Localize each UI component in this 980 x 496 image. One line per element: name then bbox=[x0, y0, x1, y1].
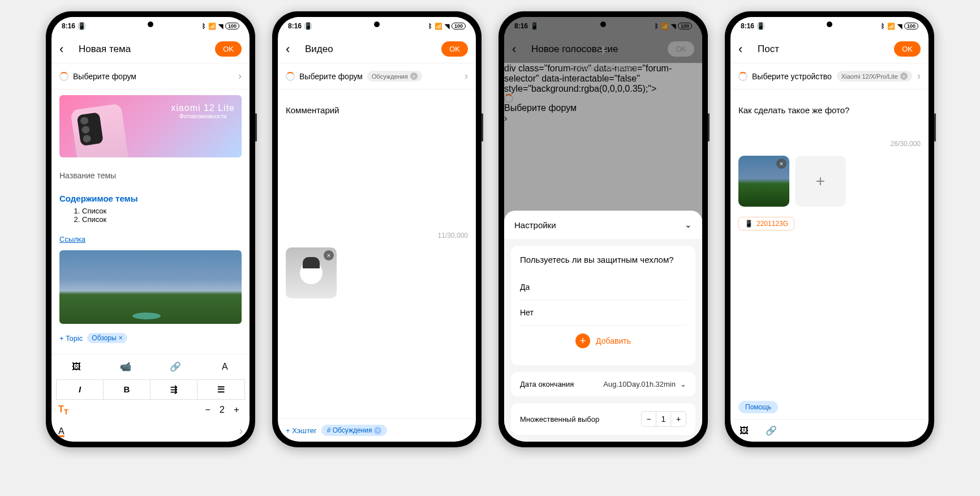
link-text[interactable]: Ссылка bbox=[59, 235, 242, 243]
remove-thumbnail-icon[interactable]: × bbox=[776, 159, 786, 169]
banner-subtitle: Фотовозможности bbox=[171, 113, 235, 119]
app-bar: ‹ Пост OK bbox=[730, 35, 929, 63]
add-hashtag-button[interactable]: + Хэштег bbox=[286, 426, 317, 435]
font-icon[interactable]: A bbox=[218, 360, 231, 374]
device-tag[interactable]: 📱 2201123G bbox=[738, 217, 794, 230]
dimmed-overlay[interactable]: + Добавить обложку Настройки ⌄ Пользуете… bbox=[504, 17, 702, 442]
bottom-sheet: Настройки ⌄ Пользуетесь ли вы защитным ч… bbox=[504, 211, 702, 442]
forum-chip: Обсуждения × bbox=[367, 71, 422, 82]
robot-icon bbox=[300, 262, 323, 284]
poll-question[interactable]: Пользуетесь ли вы защитным чехлом? bbox=[520, 255, 686, 264]
ok-button[interactable]: OK bbox=[894, 41, 921, 57]
chevron-down-icon: ⌄ bbox=[680, 380, 686, 388]
bullet-list-button[interactable]: ☰ bbox=[197, 380, 244, 399]
sheet-header[interactable]: Настройки ⌄ bbox=[504, 211, 702, 239]
page-title: Новая тема bbox=[79, 44, 209, 55]
bluetooth-icon: ᛒ bbox=[428, 23, 432, 29]
end-date-setting[interactable]: Дата окончания Aug.10Day.01h.32min ⌄ bbox=[511, 372, 695, 396]
add-topic-button[interactable]: + Topic bbox=[59, 334, 83, 343]
chevron-down-icon: ⌄ bbox=[685, 220, 692, 230]
device-chip: Xiaomi 12/X/Pro/Lite × bbox=[837, 71, 912, 82]
remove-chip-icon[interactable]: × bbox=[374, 427, 381, 434]
camera-notch bbox=[827, 22, 832, 27]
sheet-title: Настройки bbox=[514, 220, 556, 230]
app-bar: ‹ Новая тема OK bbox=[51, 35, 250, 63]
vibrate-icon: 📳 bbox=[78, 22, 86, 30]
ordered-list-button[interactable]: ⇶ bbox=[151, 380, 197, 399]
image-icon[interactable]: 🖼 bbox=[70, 360, 83, 374]
forum-selector[interactable]: Выберите форум Обсуждения × › bbox=[278, 63, 476, 89]
list-item[interactable]: Список bbox=[82, 207, 242, 215]
char-count: 26/30,000 bbox=[738, 140, 921, 148]
remove-thumbnail-icon[interactable]: × bbox=[324, 250, 334, 260]
remove-chip-icon[interactable]: × bbox=[410, 72, 418, 80]
editor-content: Как сделать такое же фото? 26/30,000 × +… bbox=[730, 89, 929, 419]
vibrate-icon: 📳 bbox=[304, 22, 312, 30]
ok-button[interactable]: OK bbox=[441, 41, 468, 57]
end-date-label: Дата окончания bbox=[520, 380, 574, 388]
video-icon[interactable]: 📹 bbox=[119, 360, 132, 374]
chevron-right-icon: › bbox=[238, 70, 242, 82]
poll-option[interactable]: Да bbox=[520, 275, 686, 300]
add-cover-label: Добавить обложку bbox=[569, 63, 637, 72]
back-button[interactable]: ‹ bbox=[286, 42, 299, 57]
comment-input[interactable]: Комментарий bbox=[286, 105, 468, 115]
text-size-icon[interactable]: TT bbox=[58, 404, 68, 416]
vibrate-icon: 📳 bbox=[757, 22, 765, 30]
remove-chip-icon[interactable]: × bbox=[900, 72, 908, 80]
forum-label: Выберите форум bbox=[299, 72, 363, 81]
device-selector[interactable]: Выберите устройство Xiaomi 12/X/Pro/Lite… bbox=[730, 63, 929, 89]
chevron-right-icon[interactable]: › bbox=[239, 425, 243, 437]
camera-notch bbox=[148, 22, 153, 27]
signal-icon: 📶 bbox=[887, 23, 895, 30]
end-date-value: Aug.10Day.01h.32min bbox=[603, 380, 676, 388]
plus-circle-icon: + bbox=[575, 333, 590, 348]
phone-mockup-3: 8:16 📳 ᛒ 📶 ◥ 100 ‹ Новое голосование OK … bbox=[498, 11, 708, 447]
spinner-icon bbox=[286, 72, 295, 81]
text-color-button[interactable]: A bbox=[58, 426, 65, 437]
hashtag-chip: # Обсуждения × bbox=[321, 425, 388, 436]
editor-content: Комментарий 11/30,000 × bbox=[278, 89, 476, 418]
multi-label: Множественный выбор bbox=[520, 415, 599, 424]
device-label: Выберите устройство bbox=[752, 72, 832, 81]
stepper-decrease[interactable]: − bbox=[642, 412, 656, 426]
chevron-right-icon: › bbox=[917, 70, 921, 82]
status-time: 8:16 bbox=[62, 22, 75, 30]
increase-button[interactable]: + bbox=[230, 405, 243, 415]
link-icon[interactable]: 🔗 bbox=[169, 360, 182, 374]
battery-badge: 100 bbox=[225, 23, 239, 29]
help-chip[interactable]: Помощь bbox=[738, 401, 778, 413]
poll-card: Пользуетесь ли вы защитным чехлом? Да Не… bbox=[511, 246, 695, 365]
poll-option[interactable]: Нет bbox=[520, 300, 686, 326]
add-option-button[interactable]: + Добавить bbox=[520, 326, 686, 356]
phone-icon: 📱 bbox=[745, 220, 753, 228]
post-text-input[interactable]: Как сделать такое же фото? bbox=[738, 105, 921, 115]
char-count: 11/30,000 bbox=[286, 232, 468, 240]
editor-content: xiaomi 12 Lite Фотовозможности Название … bbox=[51, 89, 250, 354]
add-image-button[interactable]: + bbox=[795, 156, 846, 207]
bluetooth-icon: ᛒ bbox=[881, 23, 885, 29]
stepper-increase[interactable]: + bbox=[671, 412, 686, 426]
back-button[interactable]: ‹ bbox=[59, 42, 73, 57]
attached-image[interactable] bbox=[59, 250, 242, 324]
link-icon[interactable]: 🔗 bbox=[766, 425, 777, 436]
ok-button[interactable]: OK bbox=[215, 41, 242, 57]
page-title: Пост bbox=[758, 44, 888, 55]
content-heading: Содержимое темы bbox=[59, 194, 242, 203]
italic-button[interactable]: I bbox=[57, 380, 104, 399]
video-thumbnail[interactable]: × bbox=[286, 247, 337, 298]
forum-selector[interactable]: Выберите форум › bbox=[51, 63, 250, 89]
hashtag-bar: + Хэштег # Обсуждения × bbox=[278, 418, 476, 442]
signal-icon: 📶 bbox=[208, 23, 216, 30]
page-title: Видео bbox=[305, 44, 436, 55]
image-icon[interactable]: 🖼 bbox=[740, 426, 749, 436]
decrease-button[interactable]: − bbox=[201, 405, 214, 415]
topic-title-input[interactable]: Название темы bbox=[59, 171, 242, 180]
back-button[interactable]: ‹ bbox=[738, 42, 752, 57]
remove-chip-icon[interactable]: × bbox=[119, 334, 123, 342]
list-item[interactable]: Список bbox=[82, 215, 242, 224]
attached-image-thumb[interactable]: × bbox=[738, 156, 789, 207]
banner-image: xiaomi 12 Lite Фотовозможности bbox=[59, 95, 242, 157]
camera-notch bbox=[600, 22, 606, 27]
bold-button[interactable]: B bbox=[104, 380, 151, 399]
